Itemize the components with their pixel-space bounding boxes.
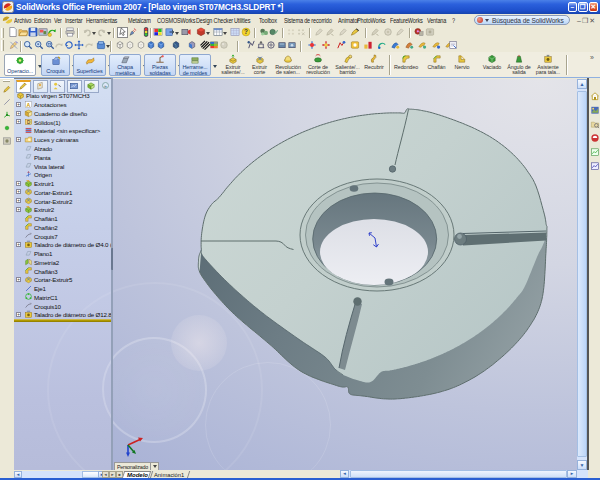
svg-text:A: A (27, 101, 31, 107)
svg-text:?: ? (244, 28, 248, 35)
